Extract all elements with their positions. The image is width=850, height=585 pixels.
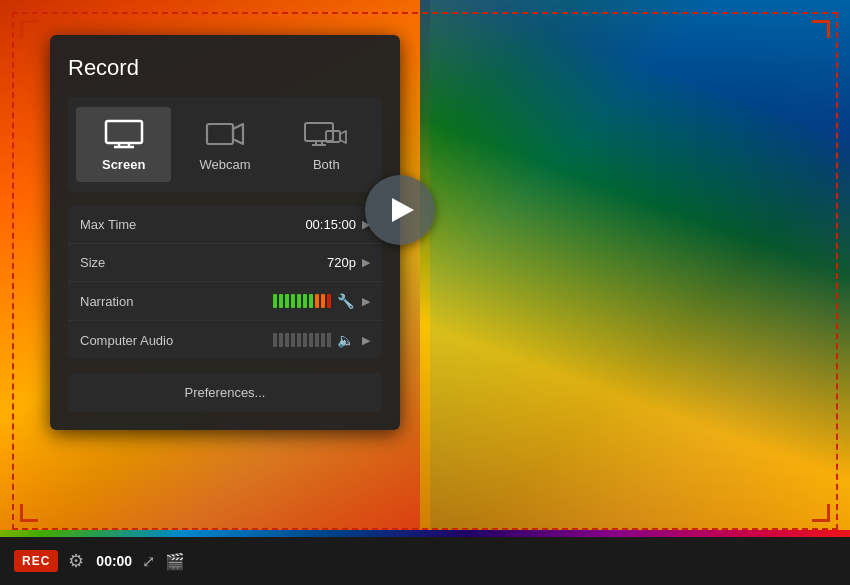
size-row[interactable]: Size 720p ▶ — [68, 244, 382, 282]
svg-rect-0 — [106, 121, 142, 143]
bar-8 — [315, 294, 319, 308]
bar-10 — [327, 294, 331, 308]
size-label: Size — [80, 255, 190, 270]
mic-icon: 🔧 — [337, 293, 354, 309]
max-time-value: 00:15:00 — [305, 217, 356, 232]
bar-5 — [297, 294, 301, 308]
computer-audio-bars — [273, 333, 331, 347]
svg-rect-6 — [305, 123, 333, 141]
corner-tl — [20, 20, 38, 38]
gbar-4 — [291, 333, 295, 347]
size-chevron: ▶ — [362, 256, 370, 269]
bar-4 — [291, 294, 295, 308]
narration-bars — [273, 294, 331, 308]
record-panel: Record Screen Webcam — [50, 35, 400, 430]
max-time-row[interactable]: Max Time 00:15:00 ▶ — [68, 206, 382, 244]
play-button[interactable] — [365, 175, 435, 245]
computer-audio-label: Computer Audio — [80, 333, 190, 348]
play-icon — [392, 198, 414, 222]
max-time-label: Max Time — [80, 217, 190, 232]
bar-1 — [273, 294, 277, 308]
gbar-10 — [327, 333, 331, 347]
mode-webcam-button[interactable]: Webcam — [177, 107, 272, 182]
rec-badge: REC — [14, 550, 58, 572]
narration-row[interactable]: Narration 🔧 ▶ — [68, 282, 382, 321]
computer-audio-chevron: ▶ — [362, 334, 370, 347]
toolbar-time: 00:00 — [96, 553, 132, 569]
bar-9 — [321, 294, 325, 308]
screen-icon — [102, 117, 146, 151]
gbar-7 — [309, 333, 313, 347]
webcam-label: Webcam — [199, 157, 250, 172]
svg-marker-5 — [233, 124, 243, 144]
mode-selector: Screen Webcam — [68, 97, 382, 192]
mode-screen-button[interactable]: Screen — [76, 107, 171, 182]
bar-2 — [279, 294, 283, 308]
speaker-icon: 🔈 — [337, 332, 354, 348]
gbar-9 — [321, 333, 325, 347]
gbar-3 — [285, 333, 289, 347]
corner-br — [812, 504, 830, 522]
svg-marker-11 — [340, 131, 346, 143]
both-icon — [304, 117, 348, 151]
svg-rect-4 — [207, 124, 233, 144]
bar-3 — [285, 294, 289, 308]
gear-icon[interactable]: ⚙ — [68, 550, 84, 572]
bar-7 — [309, 294, 313, 308]
corner-bl — [20, 504, 38, 522]
gbar-6 — [303, 333, 307, 347]
camera-icon[interactable]: 🎬 — [165, 552, 185, 571]
size-value: 720p — [327, 255, 356, 270]
narration-chevron: ▶ — [362, 295, 370, 308]
gbar-5 — [297, 333, 301, 347]
bottom-toolbar: REC ⚙ 00:00 ⤢ 🎬 — [0, 537, 850, 585]
gbar-8 — [315, 333, 319, 347]
gbar-1 — [273, 333, 277, 347]
settings-section: Max Time 00:15:00 ▶ Size 720p ▶ Narratio… — [68, 206, 382, 359]
gbar-2 — [279, 333, 283, 347]
mode-both-button[interactable]: Both — [279, 107, 374, 182]
screen-label: Screen — [102, 157, 145, 172]
expand-icon[interactable]: ⤢ — [142, 552, 155, 571]
panel-title: Record — [68, 55, 382, 81]
computer-audio-row[interactable]: Computer Audio 🔈 ▶ — [68, 321, 382, 359]
preferences-button[interactable]: Preferences... — [68, 373, 382, 412]
webcam-icon — [203, 117, 247, 151]
narration-label: Narration — [80, 294, 190, 309]
bar-6 — [303, 294, 307, 308]
both-label: Both — [313, 157, 340, 172]
corner-tr — [812, 20, 830, 38]
